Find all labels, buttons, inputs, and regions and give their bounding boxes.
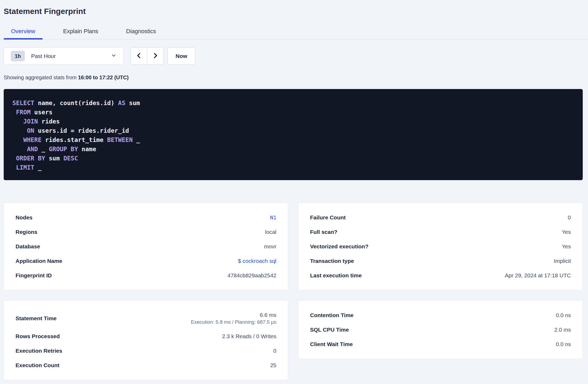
row-last-execution-time: Last execution timeApr 29, 2024 at 17:18…	[310, 268, 571, 283]
row-sql-cpu-time: SQL CPU Time2.0 ms	[310, 322, 571, 337]
sql-line: AND _ GROUP BY name	[12, 145, 574, 154]
row-label: SQL CPU Time	[310, 327, 349, 333]
sql-statement-box: SELECT name, count(rides.id) AS sum FROM…	[4, 89, 583, 180]
row-value-group: Implicit	[554, 258, 571, 264]
row-label: Contention Time	[310, 312, 353, 318]
row-failure-count: Failure Count0	[310, 210, 571, 225]
row-value: 6.6 ms	[260, 312, 276, 318]
tab-explain-plans[interactable]: Explain Plans	[56, 25, 106, 39]
row-value: 0.0 ns	[556, 312, 571, 318]
row-label: Full scan?	[310, 229, 337, 235]
row-label: Nodes	[16, 214, 32, 221]
row-nodes: NodesN1	[16, 210, 276, 225]
sql-line: ORDER BY sum DESC	[12, 154, 574, 163]
row-value-group: 6.6 msExecution: 5.8 ms / Planning: 687.…	[191, 312, 276, 325]
tab-diagnostics[interactable]: Diagnostics	[119, 25, 163, 39]
time-range-label: Past Hour	[31, 53, 111, 59]
row-value-group: 0	[568, 214, 571, 221]
row-caption: Execution: 5.8 ms / Planning: 687.5 µs	[191, 319, 276, 325]
row-value: local	[265, 229, 276, 235]
row-label: Transaction type	[310, 258, 354, 264]
sql-line: WHERE rides.start_time BETWEEN _	[12, 135, 574, 145]
row-label: Rows Processed	[16, 333, 60, 339]
row-value: 4784cb829aab2542	[227, 272, 276, 279]
row-value-group: movr	[264, 243, 276, 250]
row-statement-time: Statement Time6.6 msExecution: 5.8 ms / …	[16, 308, 276, 329]
row-label: Last execution time	[310, 272, 362, 279]
row-value: Implicit	[554, 258, 571, 264]
row-value-group: 0	[273, 348, 276, 354]
row-regions: Regionslocal	[16, 225, 276, 239]
row-database: Databasemovr	[16, 239, 276, 254]
page-title: Statement Fingerprint	[4, 7, 583, 16]
row-value-group: 25	[270, 362, 276, 368]
chevron-right-icon	[152, 52, 159, 60]
row-transaction-type: Transaction typeImplicit	[310, 254, 571, 268]
row-label: Fingerprint ID	[16, 272, 52, 279]
row-client-wait-time: Client Wait Time0.0 ns	[310, 337, 571, 351]
execution-attributes-card: Failure Count0Full scan?YesVectorized ex…	[298, 203, 583, 290]
row-value-group: N1	[270, 214, 276, 221]
row-fingerprint-id: Fingerprint ID4784cb829aab2542	[16, 268, 276, 283]
statement-fingerprint-page: Statement Fingerprint OverviewExplain Pl…	[0, 0, 588, 380]
sql-line: FROM users	[12, 108, 574, 117]
row-value-group: 4784cb829aab2542	[227, 272, 276, 279]
row-value-group: local	[265, 229, 276, 235]
row-application-name: Application Name$ cockroach sql	[16, 254, 276, 268]
aggregated-stats-caption: Showing aggregated stats from 16:00 to 1…	[4, 75, 583, 81]
statement-times-card: Statement Time6.6 msExecution: 5.8 ms / …	[4, 300, 288, 380]
row-vectorized-execution: Vectorized execution?Yes	[310, 239, 571, 254]
row-value: Apr 29, 2024 at 17:18 UTC	[505, 272, 571, 279]
row-value: 2.3 k Reads / 0 Writes	[222, 333, 276, 339]
row-label: Application Name	[16, 258, 62, 264]
time-step-buttons	[131, 47, 164, 65]
tab-overview[interactable]: Overview	[4, 25, 43, 39]
row-value-group: 2.0 ms	[554, 327, 571, 333]
row-label: Vectorized execution?	[310, 243, 368, 250]
cards-grid: NodesN1RegionslocalDatabasemovrApplicati…	[4, 203, 583, 380]
tab-bar: OverviewExplain PlansDiagnostics	[0, 25, 588, 40]
row-value-link[interactable]: N1	[270, 214, 276, 221]
row-value-group: Yes	[562, 229, 571, 235]
row-value-group: 2.3 k Reads / 0 Writes	[222, 333, 276, 339]
row-label: Database	[16, 243, 40, 250]
prev-time-button[interactable]	[131, 48, 147, 64]
row-value-group: Yes	[562, 243, 571, 250]
row-value: movr	[264, 243, 276, 250]
time-range-badge: 1h	[11, 51, 25, 61]
next-time-button[interactable]	[147, 48, 163, 64]
row-value-group: $ cockroach sql	[238, 258, 276, 264]
row-label: Execution Retries	[16, 348, 62, 354]
row-full-scan: Full scan?Yes	[310, 225, 571, 239]
row-label: Failure Count	[310, 214, 346, 221]
row-value-group: 0.0 ns	[556, 312, 571, 318]
row-label: Execution Count	[16, 362, 59, 368]
time-controls: 1h Past Hour Now	[4, 47, 583, 65]
row-contention-time: Contention Time0.0 ns	[310, 308, 571, 322]
row-value-group: 0.0 ns	[556, 341, 571, 347]
row-label: Statement Time	[16, 315, 57, 322]
resource-times-card: Contention Time0.0 nsSQL CPU Time2.0 msC…	[298, 300, 583, 359]
sql-line: LIMIT _	[12, 163, 574, 172]
row-value-link[interactable]: $ cockroach sql	[238, 258, 276, 264]
row-rows-processed: Rows Processed2.3 k Reads / 0 Writes	[16, 329, 276, 343]
row-label: Regions	[16, 229, 37, 235]
chevron-left-icon	[136, 52, 142, 60]
sql-statement-code: SELECT name, count(rides.id) AS sum FROM…	[12, 99, 574, 172]
row-label: Client Wait Time	[310, 341, 353, 347]
row-value: 0	[273, 348, 276, 354]
sql-line: ON users.id = rides.rider_id	[12, 126, 574, 135]
statement-details-card: NodesN1RegionslocalDatabasemovrApplicati…	[4, 203, 288, 290]
sql-line: SELECT name, count(rides.id) AS sum	[12, 99, 574, 108]
now-button[interactable]: Now	[167, 47, 195, 65]
row-value: 0	[568, 214, 571, 221]
row-execution-retries: Execution Retries0	[16, 343, 276, 358]
row-value: Yes	[562, 229, 571, 235]
row-value: Yes	[562, 243, 571, 250]
row-value: 0.0 ns	[556, 341, 571, 347]
time-range-dropdown[interactable]: 1h Past Hour	[4, 47, 124, 65]
row-execution-count: Execution Count25	[16, 358, 276, 372]
row-value: 25	[270, 362, 276, 368]
row-value-group: Apr 29, 2024 at 17:18 UTC	[505, 272, 571, 279]
chevron-down-icon	[111, 53, 117, 60]
